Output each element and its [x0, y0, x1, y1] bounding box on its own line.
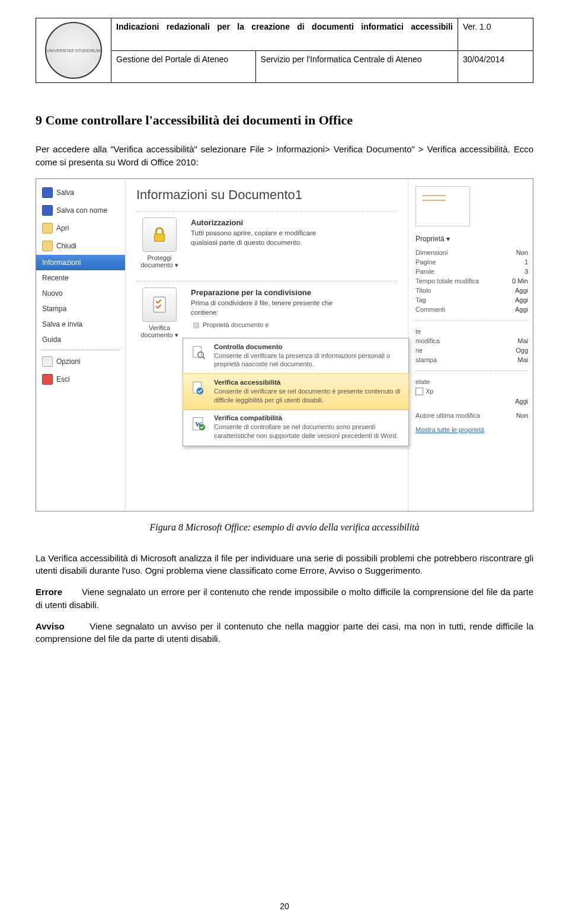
nav-open-label: Apri	[56, 224, 69, 232]
body-paragraph-1: La Verifica accessibilità di Microsoft a…	[36, 552, 533, 578]
properties-panel: Proprietà ▾ DimensioniNonPagine1Parole3T…	[408, 179, 533, 511]
accessibility-icon	[189, 379, 208, 398]
nav-save[interactable]: Salva	[36, 184, 125, 202]
verify-body: Prima di condividere il file, tenere pre…	[191, 299, 333, 316]
menu-compatibility[interactable]: W Verifica compatibilitàConsente di cont…	[183, 410, 408, 446]
prop-row: neOgg	[415, 346, 528, 355]
protect-tile: Proteggi documento ▾ Autorizzazioni Tutt…	[136, 218, 397, 269]
prop-row: Pagine1	[415, 257, 528, 267]
props-author-v: Non	[516, 412, 528, 419]
label-avviso: Avviso	[36, 621, 65, 631]
figure-caption: Figura 8 Microsoft Office: esempio di av…	[36, 522, 533, 533]
text-errore: Viene segnalato un errore per il contenu…	[36, 587, 533, 610]
saveas-icon	[42, 205, 53, 216]
protect-button[interactable]: Proteggi documento ▾	[136, 218, 183, 269]
nav-info-label: Informazioni	[42, 258, 81, 267]
nav-print-label: Stampa	[42, 305, 66, 313]
page-number: 20	[0, 901, 569, 911]
nav-save-label: Salva	[56, 188, 74, 197]
nav-exit[interactable]: Esci	[36, 370, 125, 388]
nav-open[interactable]: Apri	[36, 219, 125, 237]
office-screenshot: Salva Salva con nome Apri Chiudi Informa…	[36, 178, 533, 511]
menu-compat-head: Verifica compatibilità	[214, 414, 402, 421]
nav-saveas[interactable]: Salva con nome	[36, 202, 125, 219]
nav-close-label: Chiudi	[56, 242, 76, 250]
nav-savesend-label: Salva e invia	[42, 320, 82, 328]
nav-options-label: Opzioni	[56, 357, 81, 366]
magnifier-icon	[189, 343, 208, 362]
menu-inspect-doc[interactable]: Controlla documentoConsente di verificar…	[183, 338, 408, 375]
nav-recent-label: Recente	[42, 274, 69, 282]
verify-tile: Verifica documento ▾ Preparazione per la…	[136, 287, 397, 339]
menu-inspect-body: Consente di verificare la presenza di in…	[214, 352, 390, 368]
show-all-props-link[interactable]: Mostra tutte le proprietà	[415, 426, 528, 433]
doc-subtitle-1: Gestione del Portale di Ateneo	[111, 50, 256, 83]
verify-button[interactable]: Verifica documento ▾	[136, 287, 183, 339]
doc-version: Ver. 1.0	[458, 18, 533, 51]
verify-head: Preparazione per la condivisione	[191, 288, 311, 297]
nav-help-label: Guida	[42, 335, 61, 344]
nav-info[interactable]: Informazioni	[36, 255, 125, 270]
bullet-icon	[193, 322, 199, 328]
prop-row: TitoloAggi	[415, 286, 528, 295]
exit-icon	[42, 374, 53, 385]
verify-button-label: Verifica documento ▾	[140, 324, 178, 338]
nav-new-label: Nuovo	[42, 289, 63, 298]
checkbox-icon[interactable]	[415, 388, 423, 395]
prop-row: stampaMai	[415, 355, 528, 365]
prop-row: TagAggi	[415, 295, 528, 305]
protect-head: Autorizzazioni	[191, 218, 243, 227]
prop-row: Tempo totale modifica0 Min	[415, 276, 528, 286]
nav-options[interactable]: Opzioni	[36, 353, 125, 370]
doc-date: 30/04/2014	[458, 50, 533, 83]
menu-inspect-head: Controlla documento	[214, 343, 402, 350]
section-heading: 9 Come controllare l'accessibilità dei d…	[36, 113, 533, 128]
protect-button-label: Proteggi documento ▾	[140, 254, 178, 268]
nav-help[interactable]: Guida	[36, 332, 125, 347]
info-title: Informazioni su Documento1	[136, 187, 397, 203]
text-avviso: Viene segnalato un avviso per il contenu…	[36, 621, 533, 644]
props-agg: Aggi	[515, 398, 528, 405]
nav-recent[interactable]: Recente	[36, 270, 125, 286]
nav-print[interactable]: Stampa	[36, 301, 125, 316]
university-seal-icon: UNIVERSITAS STUDIORUM	[45, 22, 102, 79]
word-icon: W	[189, 414, 208, 433]
nav-savesend[interactable]: Salva e invia	[36, 316, 125, 332]
body-paragraph-errore: Errore Viene segnalato un errore per il …	[36, 586, 533, 612]
options-icon	[42, 356, 53, 367]
nav-saveas-label: Salva con nome	[56, 206, 107, 215]
protect-body: Tutti possono aprire, copiare e modifica…	[191, 229, 316, 246]
open-icon	[42, 223, 53, 234]
svg-line-4	[203, 357, 205, 359]
label-errore: Errore	[36, 587, 62, 597]
nav-new[interactable]: Nuovo	[36, 286, 125, 301]
props-xp: Xp	[426, 388, 433, 395]
props-author-k: Autore ultima modifica	[415, 412, 480, 419]
save-icon	[42, 187, 53, 198]
verify-bullet: Proprietà documento e	[203, 321, 268, 330]
prop-row: DimensioniNon	[415, 248, 528, 257]
lock-icon	[142, 218, 177, 252]
header-table: UNIVERSITAS STUDIORUM Indicazioni redazi…	[36, 18, 533, 83]
props-title[interactable]: Proprietà ▾	[415, 235, 528, 243]
props-sec3: elate	[415, 378, 430, 385]
menu-compat-body: Consente di controllare se nel documento…	[214, 423, 398, 439]
verify-menu: Controlla documentoConsente di verificar…	[183, 338, 409, 446]
nav-close[interactable]: Chiudi	[36, 237, 125, 255]
menu-accessibility[interactable]: Verifica accessibilitàConsente di verifi…	[183, 373, 409, 410]
close-icon	[42, 241, 53, 251]
intro-paragraph: Per accedere alla "Verifica accessibilit…	[36, 143, 533, 169]
doc-subtitle-2: Servizio per l'Informatica Centrale di A…	[255, 50, 458, 83]
menu-access-body: Consente di verificare se nel documento …	[214, 388, 400, 404]
svg-rect-1	[154, 297, 165, 312]
doc-title: Indicazioni redazionali per la creazione…	[111, 18, 458, 51]
prop-row: CommentiAggi	[415, 305, 528, 314]
props-sec2: te	[415, 328, 421, 335]
svg-rect-0	[155, 234, 165, 241]
prop-row: Parole3	[415, 267, 528, 276]
checklist-icon	[142, 287, 177, 322]
doc-thumbnail	[415, 186, 470, 226]
backstage-nav: Salva Salva con nome Apri Chiudi Informa…	[36, 179, 126, 511]
menu-access-head: Verifica accessibilità	[214, 379, 402, 386]
prop-row: modificaMai	[415, 336, 528, 346]
